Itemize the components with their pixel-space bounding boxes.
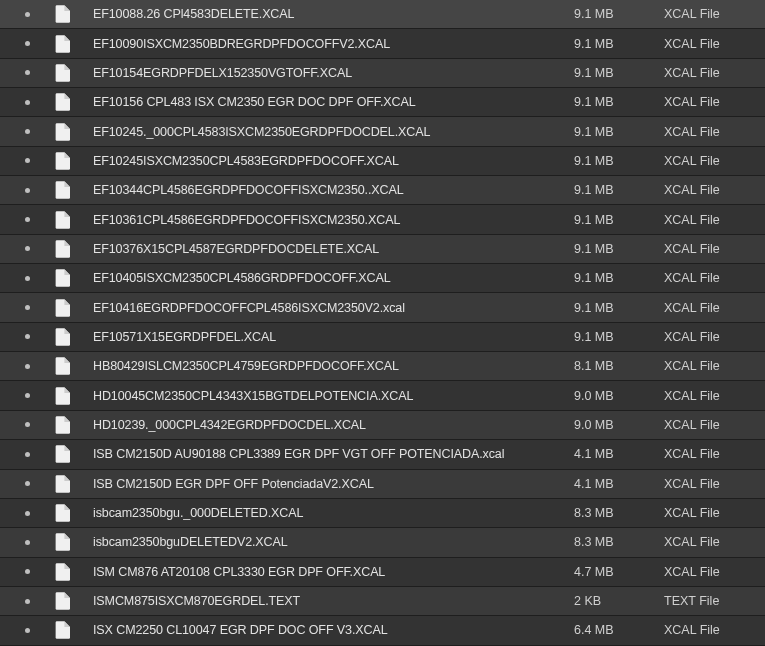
bullet-icon <box>25 334 30 339</box>
file-row[interactable]: HD10239._000CPL4342EGRDPFDOCDEL.XCAL9.0 … <box>0 411 765 440</box>
file-row[interactable]: EF10245ISXCM2350CPL4583EGRDPFDOCOFF.XCAL… <box>0 147 765 176</box>
file-size: 9.1 MB <box>570 213 660 227</box>
file-row[interactable]: ISB CM2150D EGR DPF OFF PotenciadaV2.XCA… <box>0 470 765 499</box>
file-size: 2 KB <box>570 594 660 608</box>
file-icon <box>55 123 83 141</box>
file-row[interactable]: HB80429ISLCM2350CPL4759EGRDPFDOCOFF.XCAL… <box>0 352 765 381</box>
file-icon <box>55 475 83 493</box>
file-size: 8.3 MB <box>570 535 660 549</box>
file-size: 9.1 MB <box>570 301 660 315</box>
file-icon <box>55 621 83 639</box>
file-row[interactable]: isbcam2350bguDELETEDV2.XCAL8.3 MBXCAL Fi… <box>0 528 765 557</box>
file-row[interactable]: EF10154EGRDPFDELX152350VGTOFF.XCAL9.1 MB… <box>0 59 765 88</box>
file-type: XCAL File <box>660 477 765 491</box>
file-size: 6.4 MB <box>570 623 660 637</box>
bullet-icon <box>25 129 30 134</box>
row-marker <box>0 393 55 398</box>
file-type: XCAL File <box>660 389 765 403</box>
file-icon <box>55 64 83 82</box>
file-size: 9.0 MB <box>570 418 660 432</box>
file-size: 4.7 MB <box>570 565 660 579</box>
bullet-icon <box>25 41 30 46</box>
file-row[interactable]: EF10361CPL4586EGRDPFDOCOFFISXCM2350.XCAL… <box>0 205 765 234</box>
file-row[interactable]: EF10344CPL4586EGRDPFDOCOFFISXCM2350..XCA… <box>0 176 765 205</box>
file-row[interactable]: EF10571X15EGRDPFDEL.XCAL9.1 MBXCAL File <box>0 323 765 352</box>
file-type: XCAL File <box>660 7 765 21</box>
file-icon <box>55 533 83 551</box>
file-icon <box>55 416 83 434</box>
file-type: TEXT File <box>660 594 765 608</box>
file-icon <box>55 240 83 258</box>
file-name: isbcam2350bgu._000DELETED.XCAL <box>83 506 570 520</box>
file-name: EF10156 CPL483 ISX CM2350 EGR DOC DPF OF… <box>83 95 570 109</box>
file-row[interactable]: EF10405ISXCM2350CPL4586GRDPFDOCOFF.XCAL9… <box>0 264 765 293</box>
row-marker <box>0 129 55 134</box>
row-marker <box>0 70 55 75</box>
bullet-icon <box>25 452 30 457</box>
file-type: XCAL File <box>660 506 765 520</box>
file-type: XCAL File <box>660 125 765 139</box>
file-size: 9.1 MB <box>570 242 660 256</box>
file-row[interactable]: isbcam2350bgu._000DELETED.XCAL8.3 MBXCAL… <box>0 499 765 528</box>
row-marker <box>0 246 55 251</box>
bullet-icon <box>25 276 30 281</box>
file-size: 9.1 MB <box>570 95 660 109</box>
file-row[interactable]: ISB CM2150D AU90188 CPL3389 EGR DPF VGT … <box>0 440 765 469</box>
file-size: 9.1 MB <box>570 7 660 21</box>
row-marker <box>0 481 55 486</box>
file-size: 9.1 MB <box>570 66 660 80</box>
row-marker <box>0 41 55 46</box>
file-icon <box>55 445 83 463</box>
file-row[interactable]: EF10416EGRDPFDOCOFFCPL4586ISXCM2350V2.xc… <box>0 293 765 322</box>
file-size: 9.1 MB <box>570 330 660 344</box>
file-size: 9.1 MB <box>570 183 660 197</box>
file-name: EF10344CPL4586EGRDPFDOCOFFISXCM2350..XCA… <box>83 183 570 197</box>
row-marker <box>0 452 55 457</box>
bullet-icon <box>25 158 30 163</box>
row-marker <box>0 364 55 369</box>
file-row[interactable]: HD10045CM2350CPL4343X15BGTDELPOTENCIA.XC… <box>0 381 765 410</box>
file-name: EF10361CPL4586EGRDPFDOCOFFISXCM2350.XCAL <box>83 213 570 227</box>
file-row[interactable]: ISX CM2250 CL10047 EGR DPF DOC OFF V3.XC… <box>0 616 765 645</box>
bullet-icon <box>25 628 30 633</box>
file-type: XCAL File <box>660 623 765 637</box>
row-marker <box>0 422 55 427</box>
file-name: ISM CM876 AT20108 CPL3330 EGR DPF OFF.XC… <box>83 565 570 579</box>
file-name: EF10376X15CPL4587EGRDPFDOCDELETE.XCAL <box>83 242 570 256</box>
file-row[interactable]: EF10088.26 CPl4583DELETE.XCAL9.1 MBXCAL … <box>0 0 765 29</box>
file-type: XCAL File <box>660 183 765 197</box>
file-name: EF10571X15EGRDPFDEL.XCAL <box>83 330 570 344</box>
bullet-icon <box>25 12 30 17</box>
file-row[interactable]: EF10090ISXCM2350BDREGRDPFDOCOFFV2.XCAL9.… <box>0 29 765 58</box>
file-type: XCAL File <box>660 359 765 373</box>
bullet-icon <box>25 100 30 105</box>
bullet-icon <box>25 188 30 193</box>
bullet-icon <box>25 569 30 574</box>
bullet-icon <box>25 481 30 486</box>
row-marker <box>0 100 55 105</box>
file-row[interactable]: ISMCM875ISXCM870EGRDEL.TEXT2 KBTEXT File <box>0 587 765 616</box>
file-type: XCAL File <box>660 95 765 109</box>
file-type: XCAL File <box>660 447 765 461</box>
file-name: EF10405ISXCM2350CPL4586GRDPFDOCOFF.XCAL <box>83 271 570 285</box>
bullet-icon <box>25 511 30 516</box>
file-row[interactable]: EF10156 CPL483 ISX CM2350 EGR DOC DPF OF… <box>0 88 765 117</box>
file-type: XCAL File <box>660 37 765 51</box>
file-icon <box>55 504 83 522</box>
file-name: ISB CM2150D AU90188 CPL3389 EGR DPF VGT … <box>83 447 570 461</box>
file-row[interactable]: ISM CM876 AT20108 CPL3330 EGR DPF OFF.XC… <box>0 558 765 587</box>
file-size: 9.0 MB <box>570 389 660 403</box>
bullet-icon <box>25 599 30 604</box>
file-icon <box>55 328 83 346</box>
row-marker <box>0 276 55 281</box>
file-type: XCAL File <box>660 565 765 579</box>
file-name: EF10245._000CPL4583ISXCM2350EGRDPFDOCDEL… <box>83 125 570 139</box>
file-name: HB80429ISLCM2350CPL4759EGRDPFDOCOFF.XCAL <box>83 359 570 373</box>
file-type: XCAL File <box>660 242 765 256</box>
file-size: 4.1 MB <box>570 447 660 461</box>
file-name: ISX CM2250 CL10047 EGR DPF DOC OFF V3.XC… <box>83 623 570 637</box>
file-row[interactable]: EF10376X15CPL4587EGRDPFDOCDELETE.XCAL9.1… <box>0 235 765 264</box>
row-marker <box>0 334 55 339</box>
file-row[interactable]: EF10245._000CPL4583ISXCM2350EGRDPFDOCDEL… <box>0 117 765 146</box>
bullet-icon <box>25 70 30 75</box>
